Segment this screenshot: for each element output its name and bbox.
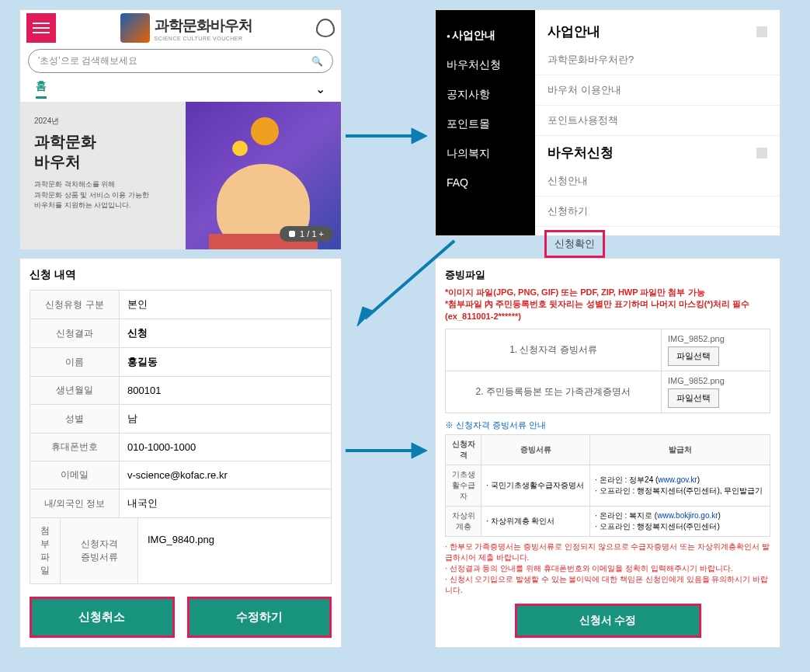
guide-src: · 온라인 : 복지로 (www.bokjiro.go.kr) · 오프라인 :… <box>590 507 770 537</box>
logo: 과학문화바우처 SCIENCE CULTURE VOUCHER <box>62 13 310 43</box>
row-label: 신청결과 <box>30 319 120 348</box>
upload-label: 2. 주민등록등본 또는 가족관계증명서 <box>446 376 661 408</box>
submenu-heading-label: 바우처신청 <box>548 144 614 162</box>
menu-item-faq[interactable]: FAQ <box>436 169 535 197</box>
row-value: 내국인 <box>120 489 332 518</box>
search-input[interactable]: '초성'으로 검색해보세요 🔍 <box>28 49 333 73</box>
submenu-heading-apply: 바우처신청 <box>535 136 780 166</box>
application-details-screenshot: 신청 내역 신청유형 구분본인 신청결과신청 이름홍길동 생년월일800101 … <box>19 258 342 648</box>
details-table: 신청유형 구분본인 신청결과신청 이름홍길동 생년월일800101 성별남 휴대… <box>30 290 332 518</box>
row-label: 생년월일 <box>30 377 120 405</box>
submenu-link-about[interactable]: 과학문화바우처란? <box>535 45 780 75</box>
attachment-row: 첨부파일 신청자격 증빙서류 IMG_9840.png <box>30 518 332 584</box>
file-select-button[interactable]: 파일선택 <box>668 346 719 366</box>
row-label: 이메일 <box>30 461 120 489</box>
row-label: 신청유형 구분 <box>30 291 120 319</box>
guide-doc: · 국민기초생활수급자증명서 <box>481 465 590 507</box>
gov24-link[interactable]: www.gov.kr <box>658 475 697 484</box>
guide-src: · 온라인 : 정부24 (www.gov.kr) · 오프라인 : 행정복지센… <box>590 465 770 507</box>
evidence-title: 증빙파일 <box>445 268 770 282</box>
action-buttons: 신청취소 수정하기 <box>30 597 332 638</box>
arrow-icon <box>346 124 431 148</box>
row-label: 휴대폰번호 <box>30 433 120 461</box>
menu-screenshot: 사업안내 바우처신청 공지사항 포인트몰 나의복지 FAQ 사업안내 과학문화바… <box>435 9 780 236</box>
uploaded-filename: IMG_9852.png <box>668 334 763 343</box>
table-row: 차상위계층 · 차상위계층 확인서 · 온라인 : 복지로 (www.bokji… <box>446 507 770 537</box>
user-icon[interactable] <box>316 19 335 37</box>
table-row: 생년월일800101 <box>30 377 332 405</box>
row-label: 내/외국인 정보 <box>30 489 120 518</box>
svg-line-2 <box>365 241 454 319</box>
chevron-right-icon[interactable] <box>756 148 767 158</box>
star-icon <box>232 141 248 156</box>
menu-item-voucher-apply[interactable]: 바우처신청 <box>436 50 535 80</box>
row-value: 홍길동 <box>120 348 332 377</box>
arrow-icon <box>346 439 431 462</box>
attach-sublabel: 신청자격 증빙서류 <box>60 518 137 583</box>
col-src: 발급처 <box>590 435 770 465</box>
details-title: 신청 내역 <box>30 268 332 282</box>
submenu-link-point-policy[interactable]: 포인트사용정책 <box>535 106 780 136</box>
banner-illustration: 1 / 1 + <box>186 102 341 249</box>
logo-sub-text: SCIENCE CULTURE VOUCHER <box>155 36 252 41</box>
bokjiro-link[interactable]: www.bokjiro.go.kr <box>657 511 718 520</box>
row-value: 본인 <box>120 291 332 319</box>
menu-item-notice[interactable]: 공지사항 <box>436 80 535 110</box>
col-doc: 증빙서류 <box>481 435 590 465</box>
table-row: 내/외국인 정보내국인 <box>30 489 332 518</box>
upload-controls: IMG_9852.png 파일선택 <box>661 329 770 371</box>
banner-desc: 과학문화 격차해소를 위해 과학문화 상품 및 서비스 이용 가능한 바우처를 … <box>34 179 173 211</box>
menu-item-point-mall[interactable]: 포인트몰 <box>436 110 535 139</box>
row-value: 800101 <box>120 377 332 405</box>
upload-row: 1. 신청자격 증빙서류 IMG_9852.png 파일선택 <box>445 329 770 371</box>
cancel-application-button[interactable]: 신청취소 <box>30 597 175 638</box>
submenu-link-apply[interactable]: 신청하기 <box>535 197 780 227</box>
submenu-panel: 사업안내 과학문화바우처란? 바우처 이용안내 포인트사용정책 바우처신청 신청… <box>535 10 780 235</box>
evidence-upload-screenshot: 증빙파일 *이미지 파일(JPG, PNG, GIF) 또는 PDF, ZIP,… <box>435 258 780 648</box>
page-indicator: 1 / 1 + <box>300 229 324 239</box>
submit-edit-button[interactable]: 신청서 수정 <box>515 604 701 638</box>
svg-marker-1 <box>412 128 427 144</box>
warning-text: · 한부모 가족증명서는 증빙서류로 인정되지 않으므로 수급자증명서 또는 차… <box>445 541 770 596</box>
search-icon: 🔍 <box>311 56 323 67</box>
guide-table: 신청자격 증빙서류 발급처 기초생활수급자 · 국민기초생활수급자증명서 · 온… <box>445 434 770 537</box>
menu-item-my-welfare[interactable]: 나의복지 <box>436 139 535 169</box>
submenu-heading-biz: 사업안내 <box>535 15 780 45</box>
logo-icon <box>120 13 150 43</box>
menu-item-biz-guide[interactable]: 사업안내 <box>436 21 535 50</box>
attach-label: 첨부파일 <box>30 518 60 583</box>
table-row: 이메일v-science@kofac.re.kr <box>30 461 332 489</box>
upload-row: 2. 주민등록등본 또는 가족관계증명서 IMG_9852.png 파일선택 <box>445 371 770 413</box>
guide-heading: ※ 신청자격 증빙서류 안내 <box>445 420 770 431</box>
menu-button[interactable] <box>26 13 56 43</box>
edit-application-button[interactable]: 수정하기 <box>187 597 332 638</box>
arrow-icon <box>353 237 462 330</box>
submenu-link-apply-guide[interactable]: 신청안내 <box>535 166 780 197</box>
row-value: 남 <box>120 405 332 433</box>
table-row: 이름홍길동 <box>30 348 332 377</box>
tab-home[interactable]: 홈 <box>36 79 47 99</box>
row-value: 신청 <box>120 319 332 348</box>
svg-marker-3 <box>357 307 373 326</box>
tabs: 홈 ⌄ <box>20 76 341 102</box>
uploaded-filename: IMG_9852.png <box>668 376 763 385</box>
table-row: 성별남 <box>30 405 332 433</box>
stop-icon <box>289 231 295 237</box>
upload-label: 1. 신청자격 증빙서류 <box>446 334 661 366</box>
hero-banner: 2024년 과학문화 바우처 과학문화 격차해소를 위해 과학문화 상품 및 서… <box>20 102 341 249</box>
row-value: 010-1000-1000 <box>120 433 332 461</box>
banner-text-panel: 2024년 과학문화 바우처 과학문화 격차해소를 위해 과학문화 상품 및 서… <box>20 102 187 249</box>
col-cat: 신청자격 <box>446 435 481 465</box>
home-screenshot: 과학문화바우처 SCIENCE CULTURE VOUCHER '초성'으로 검… <box>19 9 342 241</box>
logo-main-text: 과학문화바우처 <box>155 16 252 36</box>
search-placeholder: '초성'으로 검색해보세요 <box>38 54 137 68</box>
submenu-link-apply-confirm[interactable]: 신청확인 <box>544 230 605 258</box>
file-select-button[interactable]: 파일선택 <box>668 388 719 408</box>
submenu-link-usage[interactable]: 바우처 이용안내 <box>535 75 780 106</box>
banner-pager[interactable]: 1 / 1 + <box>280 226 333 242</box>
table-row: 기초생활수급자 · 국민기초생활수급자증명서 · 온라인 : 정부24 (www… <box>446 465 770 507</box>
chevron-right-icon[interactable] <box>756 26 767 37</box>
attach-filename: IMG_9840.png <box>137 518 331 583</box>
chevron-down-icon[interactable]: ⌄ <box>315 82 325 96</box>
row-label: 이름 <box>30 348 120 377</box>
